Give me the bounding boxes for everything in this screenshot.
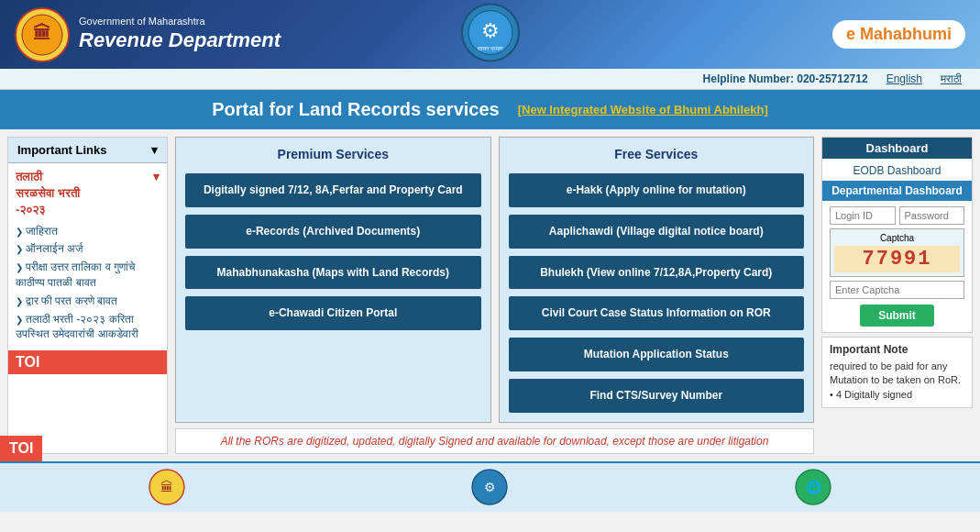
sidebar-heading-line3: -२०२३ bbox=[16, 203, 45, 216]
svg-text:🏛: 🏛 bbox=[33, 22, 51, 43]
dashboard-panel: Dashboard EODB Dashboard Departmental Da… bbox=[821, 137, 973, 454]
digitally-signed-btn[interactable]: Digitally signed 7/12, 8A,Ferfar and Pro… bbox=[185, 173, 481, 207]
svg-text:⚙: ⚙ bbox=[481, 19, 500, 42]
sidebar: Important Links ▾ तलाठी सरळसेवा भरती -२०… bbox=[7, 137, 168, 454]
password-input[interactable] bbox=[899, 206, 965, 225]
free-services-panel: Free Services e-Hakk (Apply online for m… bbox=[499, 137, 815, 423]
important-note-title: Important Note bbox=[830, 343, 964, 356]
sidebar-content: तलाठी सरळसेवा भरती -२०२३ ▾ जाहिरात ऑनलाई… bbox=[8, 163, 167, 350]
sidebar-link-dwar[interactable]: द्वार फी परत करणे बावत bbox=[16, 294, 160, 309]
aaplichawdi-btn[interactable]: Aaplichawdi (Village digital notice boar… bbox=[509, 215, 805, 249]
sidebar-link-pariksha[interactable]: परीक्षा उत्तर तालिका व गुणांचे काठीण्य प… bbox=[16, 260, 160, 291]
bottom-logo-2: ⚙ bbox=[471, 469, 508, 505]
e-records-btn[interactable]: e-Records (Archived Documents) bbox=[185, 215, 481, 249]
emahabhumi-prefix: e Maha bbox=[846, 25, 902, 43]
dashboard-title: Dashboard bbox=[822, 138, 972, 159]
gov-title: Government of Maharashtra Revenue Depart… bbox=[79, 15, 281, 54]
bottom-logo-3: 🌐 bbox=[795, 469, 831, 505]
portal-title: Portal for Land Records services bbox=[212, 99, 499, 120]
bottom-emblem-3-icon: 🌐 bbox=[795, 469, 831, 505]
submit-btn[interactable]: Submit bbox=[860, 305, 934, 327]
captcha-box: Captcha 77991 bbox=[830, 228, 964, 277]
mahabhunakasha-btn[interactable]: Mahabhunakasha (Maps with Land Records) bbox=[185, 256, 481, 290]
scroll-indicator-icon: ▾ bbox=[151, 143, 158, 157]
english-lang-link[interactable]: English bbox=[886, 72, 922, 85]
portal-title-bar: Portal for Land Records services [New In… bbox=[0, 90, 980, 129]
bottom-bar: 🏛 ⚙ 🌐 bbox=[0, 461, 980, 512]
gov-small-text: Government of Maharashtra bbox=[79, 15, 281, 28]
bottom-logo-1: 🏛 bbox=[149, 469, 185, 505]
sidebar-heading-line1: तलाठी bbox=[16, 170, 42, 183]
bhulekh-btn[interactable]: Bhulekh (View online 7/12,8A,Property Ca… bbox=[509, 256, 805, 290]
mutation-status-btn[interactable]: Mutation Application Status bbox=[509, 338, 805, 371]
marathi-lang-link[interactable]: मराठी bbox=[941, 72, 962, 85]
captcha-input[interactable] bbox=[830, 281, 964, 299]
footer-note: All the RORs are digitized, updated, dig… bbox=[175, 428, 814, 454]
sidebar-heading-line2: सरळसेवा भरती bbox=[16, 186, 80, 200]
sidebar-title: Important Links ▾ bbox=[8, 138, 167, 163]
e-chawadi-btn[interactable]: e-Chawadi Citizen Portal bbox=[185, 296, 481, 330]
important-note-text: required to be paid for any Mutation to … bbox=[830, 360, 964, 402]
services-area: Premium Services Digitally signed 7/12, … bbox=[175, 137, 814, 454]
sidebar-title-text: Important Links bbox=[17, 143, 107, 157]
top-bar: Helpline Number: 020-25712712 English मर… bbox=[0, 69, 980, 90]
departmental-dashboard-title: Departmental Dashboard bbox=[822, 181, 972, 201]
new-website-link[interactable]: [New Integrated Website of Bhumi Abhilek… bbox=[518, 103, 768, 116]
civil-court-btn[interactable]: Civil Court Case Status Information on R… bbox=[509, 296, 805, 330]
free-panel-title: Free Services bbox=[509, 147, 805, 161]
chevron-icon: ▾ bbox=[153, 169, 160, 185]
svg-text:⚙: ⚙ bbox=[484, 480, 496, 494]
login-id-input[interactable] bbox=[830, 206, 896, 225]
toi-badge-overlay: TOI bbox=[0, 436, 42, 461]
helpline-number: Helpline Number: 020-25712712 bbox=[703, 72, 868, 85]
toi-badge: TOI bbox=[8, 350, 167, 374]
eodb-dashboard-link[interactable]: EODB Dashboard bbox=[830, 164, 964, 177]
center-emblem-container: ⚙ शासन प्रमाण bbox=[460, 3, 520, 66]
sidebar-link-online[interactable]: ऑनलाईन अर्ज bbox=[16, 241, 160, 257]
bottom-emblem-1-icon: 🏛 bbox=[149, 469, 185, 505]
find-cts-btn[interactable]: Find CTS/Survey Number bbox=[509, 379, 805, 413]
gov-big-text: Revenue Department bbox=[79, 28, 281, 54]
svg-text:🏛: 🏛 bbox=[160, 480, 173, 494]
premium-services-panel: Premium Services Digitally signed 7/12, … bbox=[175, 137, 491, 423]
header: 🏛 Government of Maharashtra Revenue Depa… bbox=[0, 0, 980, 69]
sidebar-heading: तलाठी सरळसेवा भरती -२०२३ ▾ bbox=[16, 169, 160, 219]
captcha-label: Captcha bbox=[834, 233, 960, 243]
emahabhumi-suffix: bhumi bbox=[902, 25, 952, 43]
bottom-emblem-2-icon: ⚙ bbox=[471, 469, 508, 505]
dashboard-box: Dashboard EODB Dashboard Departmental Da… bbox=[821, 137, 973, 333]
sidebar-link-jahirat[interactable]: जाहिरात bbox=[16, 224, 160, 239]
svg-text:शासन प्रमाण: शासन प्रमाण bbox=[477, 46, 503, 52]
e-hakk-btn[interactable]: e-Hakk (Apply online for mutation) bbox=[509, 173, 805, 207]
center-emblem-icon: ⚙ शासन प्रमाण bbox=[460, 3, 520, 62]
captcha-value: 77991 bbox=[834, 246, 960, 272]
header-right: e Mahabhumi bbox=[832, 20, 965, 49]
important-note-box: Important Note required to be paid for a… bbox=[821, 337, 973, 408]
emahabhumi-logo: e Mahabhumi bbox=[832, 20, 965, 49]
maharashtra-emblem-icon: 🏛 bbox=[15, 7, 70, 62]
logo-left: 🏛 Government of Maharashtra Revenue Depa… bbox=[15, 7, 281, 62]
login-row bbox=[830, 206, 964, 225]
main-content: Important Links ▾ तलाठी सरळसेवा भरती -२०… bbox=[0, 129, 980, 461]
services-grid: Premium Services Digitally signed 7/12, … bbox=[175, 137, 814, 423]
premium-panel-title: Premium Services bbox=[185, 147, 481, 161]
sidebar-link-talathi[interactable]: तलाठी भरती -२०२३ करिता उपस्थित उमेदवारां… bbox=[16, 312, 160, 343]
svg-text:🌐: 🌐 bbox=[805, 480, 821, 495]
